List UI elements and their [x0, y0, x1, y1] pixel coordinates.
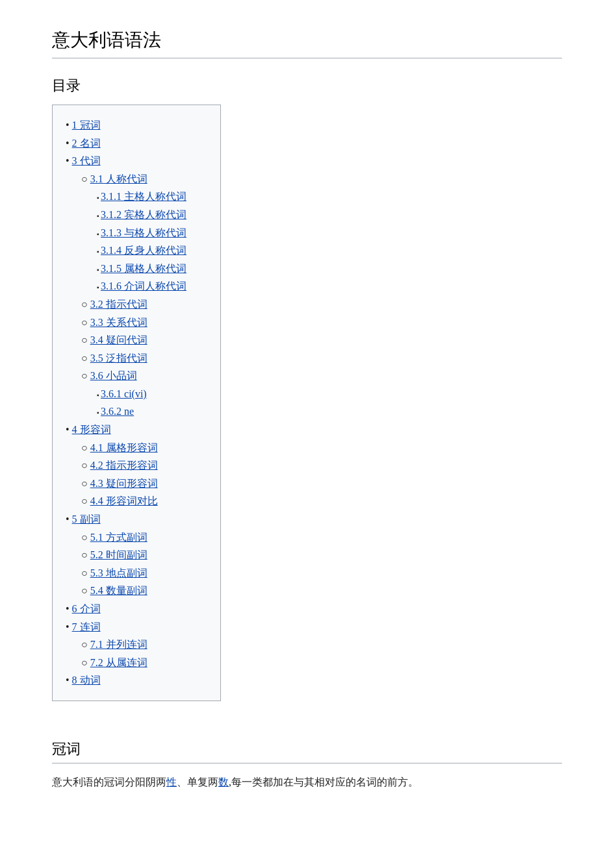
toc-sublist-5: 5.1 方式副词 5.2 时间副词 5.3 地点副词 5.4 数量副词: [66, 529, 207, 599]
list-item: 2 名词: [66, 135, 207, 152]
list-item: 3.1.2 宾格人称代词: [97, 206, 207, 223]
list-item: 3 代词 3.1 人称代词 3.1.1 主格人称代词 3.1.2 宾格人称代词 …: [66, 153, 207, 420]
list-item: 3.1.5 属格人称代词: [97, 260, 207, 277]
toc-link-3-2[interactable]: 3.2 指示代词: [90, 299, 147, 310]
toc-link-3-1[interactable]: 3.1 人称代词: [90, 173, 147, 184]
toc-link-3-6-1[interactable]: 3.6.1 ci(vi): [101, 388, 147, 399]
table-of-contents: 1 冠词 2 名词 3 代词 3.1 人称代词 3.1.1 主格人称代词 3.1…: [52, 105, 221, 701]
list-item: 5 副词 5.1 方式副词 5.2 时间副词 5.3 地点副词 5.4 数量副词: [66, 511, 207, 599]
list-item: 3.4 疑问代词: [81, 332, 207, 349]
section-heading-冠词: 冠词: [52, 738, 562, 763]
list-item: 3.2 指示代词: [81, 296, 207, 313]
list-item: 5.3 地点副词: [81, 565, 207, 582]
toc-link-4[interactable]: 4 形容词: [72, 424, 111, 435]
toc-list: 1 冠词 2 名词 3 代词 3.1 人称代词 3.1.1 主格人称代词 3.1…: [66, 117, 207, 689]
toc-link-2[interactable]: 2 名词: [72, 138, 101, 149]
toc-heading: 目录: [52, 74, 562, 97]
list-item: 3.6 小品词 3.6.1 ci(vi) 3.6.2 ne: [81, 367, 207, 420]
toc-link-4-2[interactable]: 4.2 指示形容词: [90, 460, 158, 471]
toc-link-3-6-2[interactable]: 3.6.2 ne: [101, 406, 134, 417]
toc-link-3-4[interactable]: 3.4 疑问代词: [90, 334, 147, 345]
toc-link-7[interactable]: 7 连词: [72, 621, 101, 632]
toc-link-7-1[interactable]: 7.1 并列连词: [90, 639, 147, 650]
toc-link-5-3[interactable]: 5.3 地点副词: [90, 567, 147, 578]
list-item: 7.2 从属连词: [81, 654, 207, 671]
list-item: 8 动词: [66, 672, 207, 689]
toc-link-4-3[interactable]: 4.3 疑问形容词: [90, 478, 158, 489]
toc-sublist-7: 7.1 并列连词 7.2 从属连词: [66, 636, 207, 671]
list-item: 3.1.1 主格人称代词: [97, 188, 207, 205]
inline-link-性[interactable]: 性: [166, 776, 177, 787]
list-item: 4.3 疑问形容词: [81, 475, 207, 492]
list-item: 3.6.1 ci(vi): [97, 386, 207, 403]
inline-link-数[interactable]: 数: [218, 776, 229, 787]
list-item: 4.4 形容词对比: [81, 493, 207, 510]
toc-subsublist-3-1: 3.1.1 主格人称代词 3.1.2 宾格人称代词 3.1.3 与格人称代词 3…: [81, 188, 207, 295]
toc-link-8[interactable]: 8 动词: [72, 675, 101, 686]
section-content-冠词: 意大利语的冠词分阳阴两性、单复两数,每一类都加在与其相对应的名词的前方。: [52, 774, 562, 791]
toc-link-3-5[interactable]: 3.5 泛指代词: [90, 353, 147, 364]
toc-link-5-2[interactable]: 5.2 时间副词: [90, 549, 147, 560]
list-item: 3.6.2 ne: [97, 403, 207, 420]
list-item: 7.1 并列连词: [81, 636, 207, 653]
toc-link-4-1[interactable]: 4.1 属格形容词: [90, 442, 158, 453]
toc-sublist-4: 4.1 属格形容词 4.2 指示形容词 4.3 疑问形容词 4.4 形容词对比: [66, 440, 207, 510]
toc-link-1[interactable]: 1 冠词: [72, 119, 101, 130]
toc-link-6[interactable]: 6 介词: [72, 603, 101, 614]
toc-link-3-6[interactable]: 3.6 小品词: [90, 370, 137, 381]
list-item: 6 介词: [66, 601, 207, 617]
toc-link-5-1[interactable]: 5.1 方式副词: [90, 532, 147, 543]
toc-link-3[interactable]: 3 代词: [72, 155, 101, 166]
toc-link-5-4[interactable]: 5.4 数量副词: [90, 585, 147, 596]
toc-link-3-1-2[interactable]: 3.1.2 宾格人称代词: [101, 209, 186, 220]
list-item: 3.1 人称代词 3.1.1 主格人称代词 3.1.2 宾格人称代词 3.1.3…: [81, 171, 207, 295]
toc-link-3-1-6[interactable]: 3.1.6 介词人称代词: [101, 280, 186, 291]
list-item: 7 连词 7.1 并列连词 7.2 从属连词: [66, 619, 207, 671]
toc-sublist-3: 3.1 人称代词 3.1.1 主格人称代词 3.1.2 宾格人称代词 3.1.3…: [66, 171, 207, 420]
toc-link-3-1-5[interactable]: 3.1.5 属格人称代词: [101, 263, 186, 274]
list-item: 3.5 泛指代词: [81, 350, 207, 367]
toc-link-3-3[interactable]: 3.3 关系代词: [90, 317, 147, 328]
section-冠词: 冠词 意大利语的冠词分阳阴两性、单复两数,每一类都加在与其相对应的名词的前方。: [52, 738, 562, 791]
list-item: 5.1 方式副词: [81, 529, 207, 546]
toc-subsublist-3-6: 3.6.1 ci(vi) 3.6.2 ne: [81, 386, 207, 420]
toc-link-3-1-1[interactable]: 3.1.1 主格人称代词: [101, 191, 186, 202]
list-item: 4.2 指示形容词: [81, 457, 207, 474]
toc-link-3-1-4[interactable]: 3.1.4 反身人称代词: [101, 245, 186, 256]
list-item: 5.2 时间副词: [81, 547, 207, 564]
list-item: 5.4 数量副词: [81, 582, 207, 599]
page-title: 意大利语语法: [52, 26, 562, 58]
toc-link-5[interactable]: 5 副词: [72, 514, 101, 525]
toc-link-7-2[interactable]: 7.2 从属连词: [90, 657, 147, 668]
list-item: 4 形容词 4.1 属格形容词 4.2 指示形容词 4.3 疑问形容词 4.4 …: [66, 421, 207, 510]
list-item: 3.1.3 与格人称代词: [97, 225, 207, 242]
list-item: 4.1 属格形容词: [81, 440, 207, 456]
toc-link-4-4[interactable]: 4.4 形容词对比: [90, 495, 158, 506]
list-item: 1 冠词: [66, 117, 207, 134]
list-item: 3.1.4 反身人称代词: [97, 242, 207, 259]
toc-link-3-1-3[interactable]: 3.1.3 与格人称代词: [101, 227, 186, 238]
list-item: 3.1.6 介词人称代词: [97, 278, 207, 295]
list-item: 3.3 关系代词: [81, 314, 207, 331]
